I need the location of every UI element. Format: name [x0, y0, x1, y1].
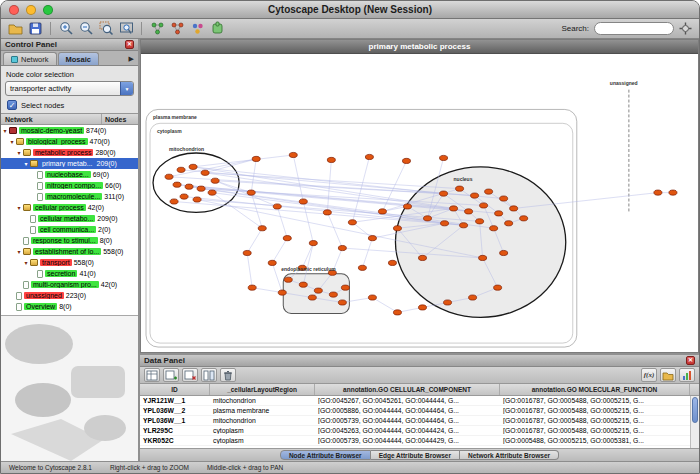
tree-row[interactable]: nucleobase...69(0) — [1, 169, 138, 180]
graph-node[interactable] — [211, 178, 219, 183]
graph-node[interactable] — [520, 216, 528, 221]
graph-node[interactable] — [197, 186, 205, 191]
graph-node[interactable] — [469, 295, 477, 300]
graph-node[interactable] — [189, 164, 197, 169]
graph-node[interactable] — [299, 199, 307, 204]
graph-node[interactable] — [185, 184, 193, 189]
tree-row[interactable]: ▾primary metab...209(0) — [1, 158, 138, 169]
expand-arrow-icon[interactable]: ▾ — [22, 259, 30, 266]
tab-edge-attribute-browser[interactable]: Edge Attribute Browser — [371, 450, 460, 460]
create-attribute-icon[interactable] — [163, 368, 179, 382]
attribute-batch-icon[interactable] — [201, 368, 217, 382]
graph-node[interactable] — [180, 194, 188, 199]
graph-node[interactable] — [314, 288, 322, 293]
tree-row[interactable]: multi-organism pro...42(0) — [1, 279, 138, 290]
network-overview-thumbnail[interactable] — [1, 315, 138, 461]
graph-node[interactable] — [201, 170, 209, 175]
graph-node[interactable] — [173, 182, 181, 187]
graph-node[interactable] — [299, 282, 307, 287]
expand-arrow-icon[interactable]: ▾ — [1, 127, 9, 134]
close-window-icon[interactable] — [9, 5, 19, 15]
tree-row[interactable]: unassigned223(0) — [1, 290, 138, 301]
graph-node[interactable] — [440, 155, 448, 160]
delete-attribute-icon[interactable] — [182, 368, 198, 382]
graph-node[interactable] — [418, 305, 426, 310]
graph-node[interactable] — [309, 241, 317, 246]
function-builder-icon[interactable]: f(x) — [641, 368, 657, 382]
network-canvas-wrap[interactable]: plasma membranecytoplasmmitochondrionnuc… — [141, 54, 698, 352]
tree-row[interactable]: cell communica...2(0) — [1, 224, 138, 235]
graph-node[interactable] — [368, 295, 376, 300]
open-session-icon[interactable] — [6, 20, 24, 37]
tab-mosaic[interactable]: Mosaic — [58, 52, 99, 65]
trash-icon[interactable] — [220, 368, 236, 382]
tree-header-nodes[interactable]: Nodes — [102, 116, 138, 123]
graph-node[interactable] — [456, 186, 464, 191]
tab-network[interactable]: Network — [3, 52, 57, 65]
graph-node[interactable] — [329, 292, 337, 297]
graph-node[interactable] — [450, 206, 458, 211]
graph-node[interactable] — [444, 300, 452, 305]
tree-header-network[interactable]: Network — [1, 114, 102, 124]
combo-dropdown-icon[interactable]: ▼ — [120, 82, 133, 95]
graph-node[interactable] — [177, 167, 185, 172]
graph-node[interactable] — [500, 250, 508, 255]
graph-node[interactable] — [247, 190, 255, 195]
graph-node[interactable] — [500, 196, 508, 201]
tree-row[interactable]: ▾transport558(0) — [1, 257, 138, 268]
tab-network-attribute-browser[interactable]: Network Attribute Browser — [460, 450, 559, 460]
graph-node[interactable] — [402, 158, 410, 163]
close-panel-icon[interactable]: ✕ — [125, 40, 134, 49]
graph-node[interactable] — [510, 206, 518, 211]
table-row[interactable]: YKR052Ccytoplasm[GO:0005739, GO:0044444,… — [140, 436, 690, 446]
tree-row[interactable]: ▾metabolic process280(0) — [1, 147, 138, 158]
graph-node[interactable] — [654, 190, 662, 195]
graph-node[interactable] — [258, 226, 266, 231]
expand-arrow-icon[interactable]: ▾ — [15, 248, 23, 255]
close-panel-icon[interactable]: ✕ — [686, 356, 695, 365]
graph-node[interactable] — [418, 255, 426, 260]
tree-row[interactable]: ▾mosaic-demo-yeast874(0) — [1, 125, 138, 136]
graph-node[interactable] — [388, 260, 396, 265]
graph-node[interactable] — [480, 203, 488, 208]
minimize-window-icon[interactable] — [26, 5, 36, 15]
tree-row[interactable]: cellular metabo...209(0) — [1, 213, 138, 224]
column-header[interactable]: ID — [140, 384, 210, 395]
graph-node[interactable] — [338, 245, 346, 250]
graph-node[interactable] — [170, 199, 178, 204]
graph-node[interactable] — [669, 190, 677, 195]
table-row[interactable]: YDR039C__1mitochondrion[GO:0016021, GO:0… — [140, 446, 690, 448]
expand-arrow-icon[interactable]: ▾ — [15, 149, 23, 156]
table-scrollbar-thumb[interactable] — [692, 397, 698, 423]
graph-node[interactable] — [495, 211, 503, 216]
tree-row[interactable]: ▾cellular process42(0) — [1, 202, 138, 213]
graph-node[interactable] — [193, 197, 201, 202]
graph-node[interactable] — [284, 277, 292, 282]
graph-node[interactable] — [441, 221, 449, 226]
search-input[interactable] — [595, 23, 674, 34]
zoom-selected-region-icon[interactable] — [97, 20, 115, 37]
network-canvas[interactable]: plasma membranecytoplasmmitochondrionnuc… — [141, 54, 698, 352]
graph-node[interactable] — [479, 255, 487, 260]
graph-node[interactable] — [440, 191, 448, 196]
graph-node[interactable] — [283, 236, 291, 241]
tree-row[interactable]: ▾establishment of lo...558(0) — [1, 246, 138, 257]
graph-node[interactable] — [358, 265, 366, 270]
select-nodes-checkbox[interactable]: ✓ — [7, 100, 17, 110]
graph-node[interactable] — [393, 226, 401, 231]
graph-node[interactable] — [243, 250, 251, 255]
graph-node[interactable] — [505, 221, 513, 226]
graph-node[interactable] — [378, 209, 386, 214]
graph-node[interactable] — [403, 204, 411, 209]
graph-node[interactable] — [323, 210, 331, 215]
table-row[interactable]: YPL036W__1mitochondrion[GO:0005739, GO:0… — [140, 416, 690, 426]
zoom-in-icon[interactable] — [57, 20, 75, 37]
color-attribute-select[interactable]: transporter activity ▼ — [5, 81, 134, 96]
save-session-icon[interactable] — [26, 20, 44, 37]
plugin-manager-icon[interactable] — [208, 20, 226, 37]
expand-arrow-icon[interactable]: ▾ — [15, 204, 23, 211]
table-row[interactable]: YPL036W__2plasma membrane[GO:0005886, GO… — [140, 406, 690, 416]
graph-node[interactable] — [460, 223, 468, 228]
column-header[interactable]: _cellularLayoutRegion — [210, 384, 315, 395]
vizmapper-icon[interactable] — [188, 20, 206, 37]
